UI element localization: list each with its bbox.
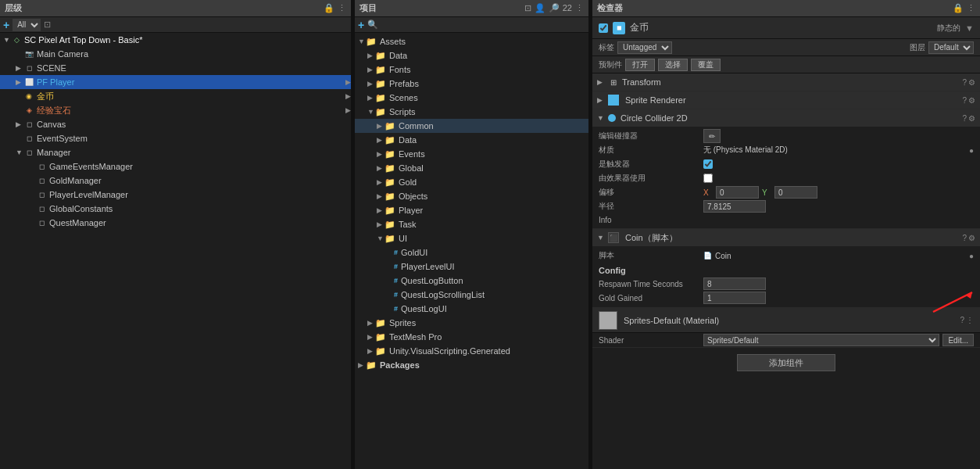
info-row: Info [592,213,980,226]
layer-select[interactable]: Default [928,41,974,54]
project-icons-3[interactable]: 🔎 [549,3,560,13]
hierarchy-item-eventsystem[interactable]: ◻ EventSystem [0,131,351,145]
hierarchy-extra-icon[interactable]: ⊡ [44,20,51,30]
project-item-common[interactable]: ▶ 📁 Common [355,119,588,133]
circle-collider-settings[interactable]: ⚙ [968,114,975,123]
sprite-renderer-enable[interactable] [608,95,619,106]
project-item-events[interactable]: ▶ 📁 Events [355,147,588,161]
project-label-data: Data [389,51,407,60]
prefab-open-button[interactable]: 打开 [625,59,655,71]
project-item-task[interactable]: ▶ 📁 Task [355,217,588,231]
inspector-more-icon[interactable]: ⋮ [967,3,975,13]
project-item-scenes[interactable]: ▶ 📁 Scenes [355,91,588,105]
project-label-events: Events [399,149,425,159]
project-item-questlogui[interactable]: # QuestLogUI [355,302,588,316]
hierarchy-label-gem: 经验宝石 [37,105,71,116]
transform-help-icon[interactable]: ? [962,78,967,87]
project-icons-1[interactable]: ⊡ [524,3,531,13]
project-item-fonts[interactable]: ▶ 📁 Fonts [355,63,588,77]
used-by-effector-checkbox[interactable] [703,174,713,183]
inspector-header: 检查器 🔒 ⋮ [592,0,980,17]
material-preview-box [599,311,617,330]
project-item-sprites[interactable]: ▶ 📁 Sprites [355,316,588,330]
hierarchy-item-sc[interactable]: ▼ ◇ SC Pixel Art Top Down - Basic* [0,33,351,47]
project-item-playerlevelui[interactable]: # PlayerLevelUI [355,260,588,274]
gold-gained-input[interactable] [703,292,766,304]
sprite-renderer-settings[interactable]: ⚙ [968,96,975,105]
shader-edit-button[interactable]: Edit... [942,334,974,346]
transform-settings-icon[interactable]: ⚙ [968,78,975,87]
project-item-assets[interactable]: ▼ 📁 Assets [355,34,588,48]
offset-y-input[interactable] [774,186,817,199]
sprite-renderer-help[interactable]: ? [962,96,967,105]
hierarchy-item-gem[interactable]: ◈ 经验宝石 ▶ [0,103,351,117]
project-item-sdata[interactable]: ▶ 📁 Data [355,133,588,147]
coin-help-icon[interactable]: ? [962,234,967,242]
project-item-scripts[interactable]: ▼ 📁 Scripts [355,105,588,119]
circle-collider-controls: ? ⚙ [962,114,975,123]
project-item-textmesh[interactable]: ▶ 📁 TextMesh Pro [355,330,588,344]
offset-x-input[interactable] [716,186,759,199]
hierarchy-item-manager[interactable]: ▼ ◻ Manager [0,145,351,159]
prefab-select-button[interactable]: 选择 [658,59,688,71]
coin-settings-icon[interactable]: ⚙ [968,234,975,242]
folder-icon-global: 📁 [384,163,395,174]
shader-select[interactable]: Sprites/Default [703,334,939,346]
respawn-input[interactable] [703,277,766,290]
hierarchy-item-goldmgr[interactable]: ◻ GoldManager [0,174,351,188]
project-item-ui[interactable]: ▼ 📁 UI [355,231,588,245]
project-item-questlogscroll[interactable]: # QuestLogScrollingList [355,288,588,302]
project-item-global[interactable]: ▶ 📁 Global [355,161,588,175]
hierarchy-item-globalconst[interactable]: ◻ GlobalConstants [0,202,351,216]
project-item-packages[interactable]: ▶ 📁 Packages [355,358,588,372]
project-lock[interactable]: ⋮ [575,3,584,13]
object-active-checkbox[interactable] [599,23,608,33]
more-icon[interactable]: ⋮ [338,3,346,13]
static-dropdown-icon[interactable]: ▼ [965,23,974,33]
script-ref-label: 脚本 [599,250,700,261]
project-label-scripts: Scripts [389,107,416,116]
project-add-btn[interactable]: + [358,19,364,31]
sprite-renderer-header[interactable]: ▶ Sprite Renderer ? ⚙ [592,91,980,109]
project-item-data[interactable]: ▶ 📁 Data [355,48,588,63]
lock-icon[interactable]: 🔒 [324,3,334,13]
hierarchy-search-dropdown[interactable]: All [13,19,41,31]
script-dot-btn[interactable]: ● [969,252,974,260]
hierarchy-item-pfplayer[interactable]: ▶ ⬜ PF Player ▶ [0,75,351,89]
is-trigger-checkbox[interactable] [703,159,713,169]
project-item-unityvs[interactable]: ▶ 📁 Unity.VisualScripting.Generated [355,344,588,358]
folder-icon-scripts: 📁 [375,107,386,117]
inspector-lock-icon[interactable]: 🔒 [953,3,964,13]
coin-script-header[interactable]: ▼ ⬛ Coin（脚本） ? ⚙ [592,229,980,246]
project-item-player[interactable]: ▶ 📁 Player [355,203,588,217]
project-item-goldui[interactable]: # GoldUI [355,245,588,260]
hierarchy-item-playerlevel[interactable]: ◻ PlayerLevelManager [0,188,351,202]
hierarchy-item-maincam[interactable]: 📷 Main Camera [0,47,351,61]
hierarchy-item-coin[interactable]: ◉ 金币 ▶ [0,89,351,103]
add-hierarchy-button[interactable]: + [3,19,9,31]
project-item-gold[interactable]: ▶ 📁 Gold [355,175,588,189]
prefab-override-button[interactable]: 覆盖 [691,59,721,71]
hierarchy-item-scene[interactable]: ▶ ◻ SCENE [0,61,351,75]
material-dot-btn[interactable]: ● [969,146,974,155]
material-section-name: Sprites-Default (Material) [624,316,953,325]
transform-header[interactable]: ▶ ⊞ Transform ? ⚙ [592,73,980,91]
hierarchy-item-canvas[interactable]: ▶ ◻ Canvas [0,117,351,131]
circle-collider-header[interactable]: ▼ Circle Collider 2D ? ⚙ [592,109,980,127]
hierarchy-panel: 层级 🔒 ⋮ + All ⊡ ▼ ◇ SC Pixel Art Top Down… [0,0,352,469]
radius-input[interactable] [703,200,766,213]
project-item-questlogbtn[interactable]: # QuestLogButton [355,274,588,288]
add-component-button[interactable]: 添加组件 [737,354,835,371]
hierarchy-item-gameevents[interactable]: ◻ GameEventsManager [0,159,351,174]
project-item-prefabs[interactable]: ▶ 📁 Prefabs [355,77,588,91]
project-item-objects[interactable]: ▶ 📁 Objects [355,189,588,203]
material-help-icon[interactable]: ? [960,316,964,324]
edit-collider-button[interactable]: ✏ [703,129,721,143]
tag-select[interactable]: Untagged [617,41,672,54]
config-header: Config [592,263,980,277]
hierarchy-item-questmgr[interactable]: ◻ QuestManager [0,216,351,230]
circle-collider-enable-dot[interactable] [608,114,616,122]
circle-collider-help[interactable]: ? [962,114,967,123]
project-icons-2[interactable]: 👤 [535,3,545,13]
material-more-icon[interactable]: ⋮ [966,316,974,324]
